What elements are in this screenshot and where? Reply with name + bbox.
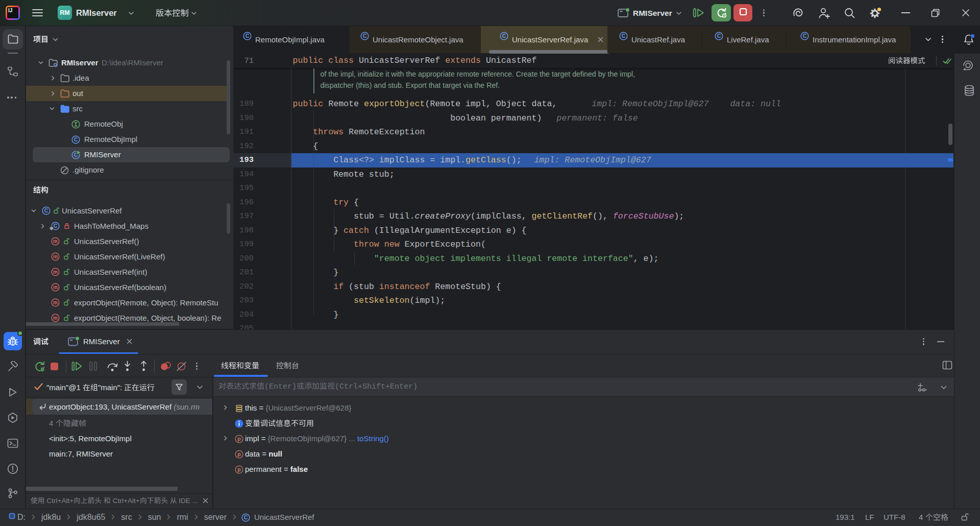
- svg-text:m: m: [53, 300, 58, 305]
- svg-text:m: m: [53, 269, 58, 275]
- svg-text:C: C: [74, 136, 78, 142]
- svg-text:C: C: [44, 207, 48, 213]
- svg-text:C: C: [622, 33, 626, 39]
- svg-text:C: C: [246, 33, 250, 39]
- svg-text:m: m: [53, 254, 58, 259]
- svg-text:C: C: [717, 33, 721, 39]
- svg-text:m: m: [53, 238, 58, 244]
- svg-text:C: C: [502, 33, 506, 39]
- svg-text:C: C: [244, 514, 248, 520]
- svg-text:C: C: [803, 33, 807, 39]
- svg-text:m: m: [53, 284, 58, 290]
- svg-text:m: m: [53, 315, 58, 321]
- svg-text:C: C: [363, 33, 367, 39]
